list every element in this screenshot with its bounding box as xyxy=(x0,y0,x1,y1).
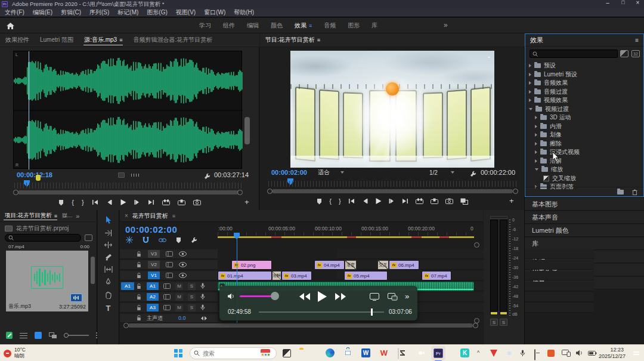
mute-button[interactable]: M xyxy=(175,283,183,290)
lock-icon[interactable] xyxy=(137,273,142,279)
workspace-tab-graphics[interactable]: 图形 xyxy=(342,18,365,33)
tab-lumetri-scopes[interactable]: Lumetri 范围 xyxy=(35,33,79,47)
icon-view-icon[interactable] xyxy=(35,332,42,339)
program-button-editor-icon[interactable]: + xyxy=(509,197,514,205)
slip-tool[interactable] xyxy=(104,266,113,273)
workspace-menu-icon[interactable]: ≡ xyxy=(309,23,312,29)
timeline-clip-07[interactable]: fx07.mp4 xyxy=(422,271,451,280)
track-header-v3[interactable]: V3 xyxy=(120,249,218,259)
freeform-view-icon[interactable] xyxy=(49,332,57,339)
chevron-right-icon[interactable] xyxy=(529,81,531,85)
waveform-zoom-icon[interactable] xyxy=(131,174,140,177)
tray-volume-icon[interactable] xyxy=(576,350,584,356)
timeline-clip-04[interactable]: fx04.mp4 xyxy=(314,260,345,270)
menu-view[interactable]: 视图(V) xyxy=(176,8,196,17)
chevron-right-icon[interactable] xyxy=(529,64,531,67)
project-item-card[interactable]: 音乐.mp3 3:27:25092 xyxy=(6,251,88,311)
premiere-taskbar-icon[interactable]: Pr xyxy=(431,346,445,360)
overlay-more-icon[interactable]: » xyxy=(405,292,409,301)
workspace-tab-learning[interactable]: 学习 xyxy=(194,18,216,33)
volume-icon[interactable] xyxy=(228,293,236,300)
new-bin-icon[interactable] xyxy=(617,190,624,195)
overlay-progress-handle[interactable] xyxy=(371,308,373,316)
timeline-hscroll-knob-right[interactable] xyxy=(473,323,478,328)
razor-tool[interactable] xyxy=(105,254,112,261)
weather-widget[interactable]: 10°C 晴朗 xyxy=(4,345,26,361)
timeline-clip-01[interactable]: fx01.mp4 xyxy=(218,271,272,280)
menu-sequence[interactable]: 序列(S) xyxy=(89,8,109,17)
program-scroll-knob-left[interactable] xyxy=(267,189,273,194)
tray-display-icon[interactable] xyxy=(562,350,571,357)
effects-search-box[interactable] xyxy=(530,50,618,58)
step-forward-button[interactable] xyxy=(134,199,140,205)
tree-item-3d-motion[interactable]: 3D 运动 xyxy=(550,113,571,122)
project-scrollbar[interactable] xyxy=(91,257,95,284)
taskbar-search-input[interactable] xyxy=(203,350,258,357)
panel-menu-icon[interactable]: ≡ xyxy=(317,37,320,43)
panel-menu-icon[interactable]: ≡ xyxy=(172,213,175,219)
sync-lock-icon[interactable] xyxy=(163,283,171,289)
menu-help[interactable]: 帮助(H) xyxy=(234,8,254,17)
chevron-right-icon[interactable] xyxy=(529,98,531,102)
panel-overflow-icon[interactable]: » xyxy=(76,212,79,220)
eye-icon[interactable] xyxy=(179,262,187,267)
panel-essential-sound[interactable]: 基本声音 xyxy=(525,211,644,224)
export-frame-button[interactable] xyxy=(193,199,201,205)
search-highlight-icon[interactable] xyxy=(261,349,270,357)
tree-item-cross-zoom[interactable]: 交叉缩放 xyxy=(552,174,576,183)
snap-magnet-icon[interactable] xyxy=(143,236,149,243)
source-patch-a1[interactable]: A1 xyxy=(121,282,134,290)
go-to-in-button[interactable] xyxy=(92,199,98,205)
panel-lumetri-color[interactable]: Lumetri 颜色 xyxy=(525,224,644,237)
delete-icon[interactable] xyxy=(632,189,637,195)
mute-button[interactable]: M xyxy=(175,294,183,301)
track-header-a1[interactable]: A1 M S xyxy=(120,282,218,291)
tree-item-lumetri-presets[interactable]: Lumetri 预设 xyxy=(544,70,577,79)
effects-search-input[interactable] xyxy=(540,51,612,57)
track-header-v1[interactable]: V1 xyxy=(120,271,218,280)
sync-lock-icon[interactable] xyxy=(166,262,173,267)
mic-icon[interactable] xyxy=(200,304,205,311)
solo-button[interactable]: S xyxy=(188,283,196,290)
source-scroll-knob-right[interactable] xyxy=(237,190,243,195)
player-overlay[interactable]: » 02:49:58 03:07:06 xyxy=(219,286,417,320)
pen-tool[interactable] xyxy=(106,278,111,286)
eye-icon[interactable] xyxy=(179,273,187,278)
track-header-master[interactable]: 主声道 0.0 xyxy=(120,314,218,323)
panel-menu-icon[interactable]: ≡ xyxy=(119,37,122,43)
lock-icon[interactable] xyxy=(137,283,142,289)
tray-app-icon-1[interactable] xyxy=(490,350,497,357)
source-timecode[interactable]: 00:00:12:18 xyxy=(17,171,52,178)
thumbnail-zoom-slider[interactable] xyxy=(64,333,89,338)
tree-item-iris[interactable]: 划像 xyxy=(550,131,562,139)
panel-menu-icon[interactable]: ≡ xyxy=(54,213,57,219)
chevron-right-icon[interactable] xyxy=(529,73,531,76)
tree-item-wipe[interactable]: 擦除 xyxy=(550,140,562,148)
resolution-dropdown[interactable]: 1/2 xyxy=(427,168,462,177)
tray-expand-icon[interactable]: ^ xyxy=(477,350,479,356)
panel-menu-icon[interactable]: ≡ xyxy=(635,37,639,44)
menu-edit[interactable]: 编辑(E) xyxy=(33,8,52,17)
fit-dropdown[interactable]: 适合 xyxy=(315,168,352,177)
maximize-button[interactable]: □ xyxy=(617,0,630,5)
tray-ime-icon[interactable] xyxy=(534,349,535,360)
master-volume-value[interactable]: 0.0 xyxy=(178,315,186,321)
transition-cross-zoom[interactable]: 交叉 xyxy=(377,260,389,270)
tree-item-slide[interactable]: 内滑 xyxy=(550,122,562,131)
sync-lock-icon[interactable] xyxy=(166,273,173,278)
transition-gradient-wipe[interactable]: 渐变 xyxy=(345,260,357,270)
timeline-hscrollbar[interactable] xyxy=(128,323,473,328)
workspace-tab-assembly[interactable]: 组件 xyxy=(218,18,240,33)
sequence-tab[interactable]: 花卉节目赏析 xyxy=(132,212,168,220)
task-view-icon[interactable] xyxy=(283,349,291,357)
menu-clip[interactable]: 剪辑(C) xyxy=(61,8,81,17)
workspace-tab-libraries[interactable]: 库 xyxy=(366,18,383,33)
project-search-box[interactable] xyxy=(5,234,81,242)
filter-accelerated-icon[interactable] xyxy=(620,50,628,57)
sync-lock-icon[interactable] xyxy=(163,305,171,310)
overlay-progress-track[interactable] xyxy=(259,311,384,313)
fast-forward-button[interactable] xyxy=(335,292,346,301)
track-name-v2[interactable]: V2 xyxy=(148,261,160,269)
timeline-clip-02[interactable]: fx02.png xyxy=(231,260,272,270)
tree-item-audio-effects[interactable]: 音频效果 xyxy=(544,79,568,87)
